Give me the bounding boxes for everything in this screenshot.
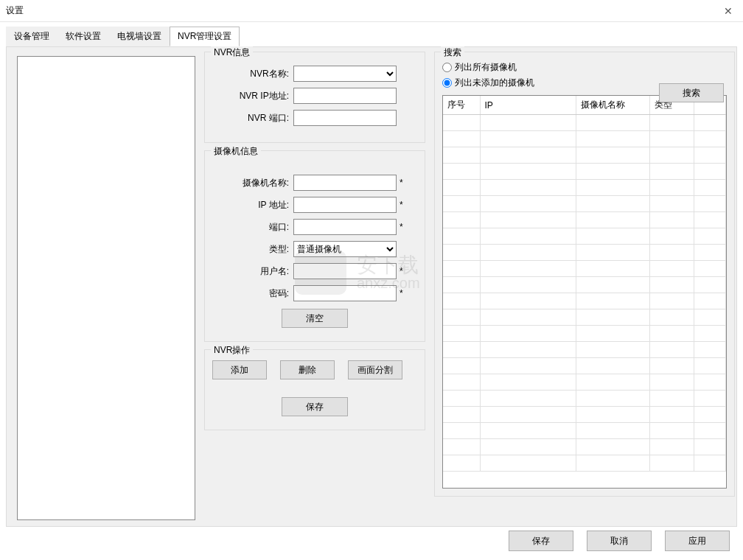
search-fieldset: 搜索 列出所有摄像机 列出未添加的摄像机 搜索 序号: [434, 52, 735, 497]
add-button[interactable]: 添加: [212, 360, 267, 379]
window-title: 设置: [6, 4, 24, 17]
nvr-ops-legend: NVR操作: [211, 344, 253, 357]
table-row[interactable]: [443, 423, 726, 439]
required-mark: *: [400, 200, 403, 210]
content-area: NVR信息 NVR名称: NVR IP地址: NVR 端口: 摄像机信息 摄像机…: [6, 46, 737, 527]
camera-user-input[interactable]: [293, 263, 397, 279]
table-row[interactable]: [443, 196, 726, 212]
tab-strip: 设备管理 软件设置 电视墙设置 NVR管理设置: [0, 22, 743, 46]
nvr-name-label: NVR名称:: [212, 68, 293, 80]
split-button[interactable]: 画面分割: [348, 360, 402, 379]
search-legend: 搜索: [441, 46, 464, 59]
footer-buttons: 保存 取消 应用: [509, 531, 730, 551]
table-row[interactable]: [443, 277, 726, 293]
required-mark: *: [400, 222, 403, 232]
search-results-table[interactable]: 序号 IP 摄像机名称 类型: [442, 95, 727, 489]
col-camera-name[interactable]: 摄像机名称: [576, 96, 649, 115]
table-row[interactable]: [443, 180, 726, 196]
table-row[interactable]: [443, 115, 726, 131]
table-row[interactable]: [443, 147, 726, 164]
table-row[interactable]: [443, 358, 726, 374]
camera-type-select[interactable]: 普通摄像机: [293, 241, 397, 257]
footer-cancel-button[interactable]: 取消: [587, 531, 652, 551]
camera-name-input[interactable]: [293, 175, 397, 191]
required-mark: *: [400, 178, 403, 188]
table-row[interactable]: [443, 131, 726, 147]
nvr-port-label: NVR 端口:: [212, 112, 293, 125]
radio-list-all[interactable]: [442, 63, 452, 72]
table-row[interactable]: [443, 439, 726, 455]
tab-software-settings[interactable]: 软件设置: [57, 27, 109, 46]
camera-ip-input[interactable]: [293, 197, 397, 213]
nvr-save-button[interactable]: 保存: [282, 397, 348, 416]
search-button[interactable]: 搜索: [659, 83, 724, 102]
radio-list-unadded[interactable]: [442, 78, 452, 88]
tab-tvwall-settings[interactable]: 电视墙设置: [109, 27, 170, 46]
table-row[interactable]: [443, 245, 726, 261]
close-icon[interactable]: ✕: [714, 1, 743, 21]
camera-info-fieldset: 摄像机信息 摄像机名称: * IP 地址: * 端口: * 类型: 普通摄像机: [204, 150, 425, 342]
nvr-info-legend: NVR信息: [211, 46, 253, 59]
middle-column: NVR信息 NVR名称: NVR IP地址: NVR 端口: 摄像机信息 摄像机…: [204, 52, 425, 438]
nvr-info-fieldset: NVR信息 NVR名称: NVR IP地址: NVR 端口:: [204, 52, 425, 143]
camera-info-legend: 摄像机信息: [211, 145, 261, 158]
clear-button[interactable]: 清空: [282, 309, 348, 328]
camera-pwd-input[interactable]: [293, 285, 397, 301]
camera-pwd-label: 密码:: [212, 287, 293, 300]
table-row[interactable]: [443, 391, 726, 407]
footer-save-button[interactable]: 保存: [509, 531, 573, 551]
delete-button[interactable]: 删除: [280, 360, 335, 379]
col-seq[interactable]: 序号: [443, 96, 480, 115]
table-row[interactable]: [443, 293, 726, 309]
nvr-port-input[interactable]: [293, 110, 397, 126]
radio-list-unadded-label: 列出未添加的摄像机: [455, 77, 534, 89]
table-row[interactable]: [443, 326, 726, 342]
camera-port-label: 端口:: [212, 221, 293, 234]
footer-apply-button[interactable]: 应用: [665, 531, 730, 551]
radio-list-all-label: 列出所有摄像机: [455, 61, 517, 74]
nvr-name-select[interactable]: [293, 66, 397, 82]
camera-ip-label: IP 地址:: [212, 199, 293, 211]
table-row[interactable]: [443, 455, 726, 472]
device-tree-panel[interactable]: [17, 56, 195, 520]
table-row[interactable]: [443, 407, 726, 423]
required-mark: *: [400, 288, 403, 298]
camera-type-label: 类型:: [212, 243, 293, 256]
nvr-ip-input[interactable]: [293, 88, 397, 104]
table-row[interactable]: [443, 374, 726, 391]
table-row[interactable]: [443, 228, 726, 245]
table-row[interactable]: [443, 309, 726, 326]
titlebar: 设置 ✕: [0, 0, 743, 22]
camera-port-input[interactable]: [293, 219, 397, 235]
table-row[interactable]: [443, 261, 726, 277]
nvr-ip-label: NVR IP地址:: [212, 90, 293, 102]
required-mark: *: [400, 266, 403, 276]
camera-user-label: 用户名:: [212, 265, 293, 278]
nvr-ops-fieldset: NVR操作 添加 删除 画面分割 保存: [204, 349, 425, 430]
tab-device-manage[interactable]: 设备管理: [6, 27, 57, 46]
table-row[interactable]: [443, 342, 726, 358]
camera-name-label: 摄像机名称:: [212, 177, 293, 189]
col-ip[interactable]: IP: [480, 96, 576, 115]
right-column: 搜索 列出所有摄像机 列出未添加的摄像机 搜索 序号: [434, 52, 735, 497]
table-row[interactable]: [443, 212, 726, 228]
table-row[interactable]: [443, 164, 726, 180]
tab-nvr-manage[interactable]: NVR管理设置: [170, 27, 240, 46]
